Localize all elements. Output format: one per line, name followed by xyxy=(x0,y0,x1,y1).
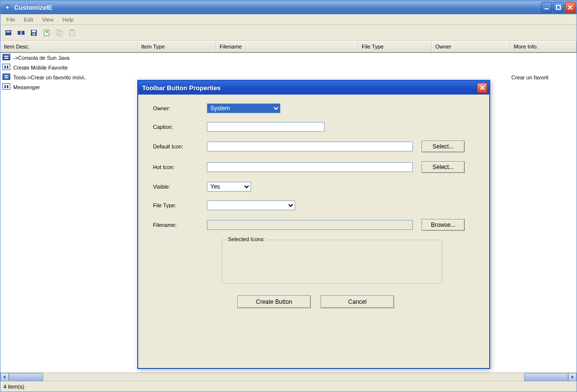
list-row[interactable]: ->Consola de Sun Java xyxy=(0,53,577,63)
list-row[interactable]: Create Mobile Favorite xyxy=(0,63,577,73)
item-desc: Create Mobile Favorite xyxy=(12,65,138,71)
toolbar-btn-1[interactable] xyxy=(3,28,13,38)
default-icon-label: Default Icon: xyxy=(153,144,207,149)
col-owner[interactable]: Owner xyxy=(432,41,510,52)
scroll-right-button[interactable] xyxy=(568,373,577,381)
maximize-button[interactable] xyxy=(553,2,564,13)
menu-view[interactable]: View xyxy=(38,16,58,24)
h-scrollbar[interactable] xyxy=(0,372,577,381)
filename-label: Filename: xyxy=(153,222,207,228)
hot-icon-select-button[interactable]: Select... xyxy=(422,161,465,173)
toolbar-btn-2[interactable] xyxy=(16,28,26,38)
window-title: CustomizeIE xyxy=(14,4,541,11)
svg-rect-17 xyxy=(4,66,6,69)
minimize-button[interactable] xyxy=(541,2,552,13)
col-more-info[interactable]: More Info. xyxy=(510,41,577,52)
menu-help[interactable]: Help xyxy=(58,16,77,24)
scroll-left-button[interactable] xyxy=(0,373,9,381)
svg-rect-8 xyxy=(32,30,36,32)
toolbar xyxy=(0,25,577,41)
svg-rect-4 xyxy=(6,31,10,32)
item-desc: Tools->Crear un favorito móvi.. xyxy=(12,74,138,80)
scroll-thumb[interactable] xyxy=(524,373,568,381)
browse-button[interactable]: Browse... xyxy=(422,219,465,231)
svg-rect-19 xyxy=(4,75,8,76)
svg-rect-18 xyxy=(7,66,8,69)
default-icon-input[interactable] xyxy=(207,142,413,151)
svg-rect-22 xyxy=(7,85,8,88)
copy-icon[interactable] xyxy=(54,28,64,38)
visible-select[interactable]: Yes xyxy=(207,182,251,192)
app-icon xyxy=(3,3,11,11)
selected-icons-label: Selected Icons: xyxy=(226,236,267,242)
visible-label: Visible: xyxy=(153,184,207,190)
svg-rect-9 xyxy=(32,33,35,35)
file-type-select[interactable] xyxy=(207,200,295,210)
svg-rect-1 xyxy=(545,8,549,9)
menubar: File Edit View Help xyxy=(0,14,577,25)
close-button[interactable] xyxy=(565,2,576,13)
status-text: 4 item(s) xyxy=(3,384,25,390)
owner-label: Owner: xyxy=(153,105,207,111)
menu-file[interactable]: File xyxy=(2,16,19,24)
svg-rect-5 xyxy=(18,31,21,35)
paste-icon[interactable] xyxy=(67,28,77,38)
refresh-icon[interactable] xyxy=(42,28,51,38)
item-icon xyxy=(2,74,10,81)
hot-icon-input[interactable] xyxy=(207,162,413,172)
svg-rect-14 xyxy=(71,29,74,31)
caption-label: Caption: xyxy=(153,124,207,130)
dialog-close-button[interactable] xyxy=(477,83,487,93)
selected-icons-group: Selected Icons: xyxy=(222,240,442,284)
col-item-type[interactable]: Item Type xyxy=(138,41,216,52)
col-filename[interactable]: Filename xyxy=(216,41,358,52)
item-icon xyxy=(2,83,10,91)
dialog-title: Toolbar Button Properties xyxy=(142,84,477,92)
save-icon[interactable] xyxy=(29,28,39,38)
titlebar: CustomizeIE xyxy=(0,0,577,14)
file-type-label: File Type: xyxy=(153,202,207,208)
cancel-button[interactable]: Cancel xyxy=(321,295,394,308)
svg-rect-3 xyxy=(5,30,11,35)
column-headers: Item Desc. Item Type Filename File Type … xyxy=(0,41,577,52)
item-icon xyxy=(2,54,10,62)
svg-rect-15 xyxy=(4,56,8,57)
item-icon xyxy=(2,64,10,72)
scroll-thumb[interactable] xyxy=(9,373,43,381)
statusbar: 4 item(s) xyxy=(0,381,577,392)
item-desc: ->Consola de Sun Java xyxy=(12,55,138,61)
owner-select[interactable]: System xyxy=(207,103,280,113)
item-desc: Messenger xyxy=(12,84,138,90)
filename-input[interactable] xyxy=(207,220,413,230)
default-icon-select-button[interactable]: Select... xyxy=(422,141,465,152)
svg-rect-13 xyxy=(70,30,75,36)
dialog-titlebar: Toolbar Button Properties xyxy=(138,81,489,95)
item-more: Crear un favorit xyxy=(510,74,577,80)
svg-rect-16 xyxy=(4,58,8,59)
col-item-desc[interactable]: Item Desc. xyxy=(0,41,138,52)
properties-dialog: Toolbar Button Properties Owner: System … xyxy=(137,80,490,369)
svg-rect-21 xyxy=(4,85,6,88)
svg-rect-20 xyxy=(4,77,8,78)
caption-input[interactable] xyxy=(207,122,325,132)
svg-rect-2 xyxy=(556,5,560,9)
menu-edit[interactable]: Edit xyxy=(20,16,37,24)
hot-icon-label: Hot Icon: xyxy=(153,164,207,170)
svg-rect-6 xyxy=(22,31,25,35)
col-file-type[interactable]: File Type xyxy=(358,41,432,52)
create-button[interactable]: Create Button xyxy=(237,295,311,308)
